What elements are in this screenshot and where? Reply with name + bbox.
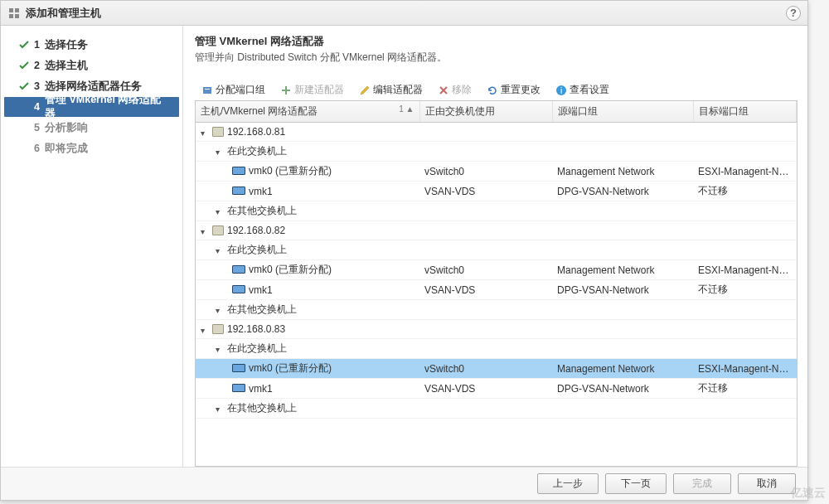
next-button[interactable]: 下一页 [605, 473, 667, 494]
cell-c3 [693, 300, 797, 320]
step-label: 选择任务 [45, 38, 88, 52]
edit-adapter-button[interactable]: 编辑适配器 [356, 83, 426, 97]
cell-c2 [552, 240, 693, 260]
cell-c1: vSwitch0 [419, 359, 552, 379]
check-icon [17, 80, 31, 93]
col-used-by-switch[interactable]: 正由交换机使用 [419, 101, 552, 123]
cell-label: vmk0 (已重新分配) [196, 162, 419, 182]
view-settings-button[interactable]: i 查看设置 [552, 83, 613, 97]
table-row[interactable]: 在其他交换机上 [196, 399, 797, 419]
cell-c1 [419, 240, 552, 260]
cell-c2: Management Network [552, 260, 693, 280]
assign-portgroup-button[interactable]: 分配端口组 [198, 83, 269, 97]
cancel-button[interactable]: 取消 [738, 473, 796, 494]
table-row[interactable]: vmk1VSAN-VDSDPG-VSAN-Network不迁移 [196, 182, 797, 201]
caret-down-icon[interactable] [216, 206, 224, 214]
table-row[interactable]: 192.168.0.82 [196, 221, 797, 240]
table-row[interactable]: 192.168.0.81 [196, 123, 797, 142]
cell-label: 192.168.0.81 [196, 123, 419, 142]
remove-icon [438, 85, 449, 96]
cell-c2 [552, 201, 693, 221]
table-row[interactable]: vmk1VSAN-VDSDPG-VSAN-Network不迁移 [196, 379, 797, 399]
table-row[interactable]: 在其他交换机上 [196, 201, 797, 221]
cell-c3 [693, 221, 797, 240]
wizard-step-1[interactable]: 1选择任务 [4, 35, 179, 55]
reset-icon [487, 85, 498, 96]
prev-button[interactable]: 上一步 [537, 473, 599, 494]
cell-label: 在其他交换机上 [196, 300, 419, 320]
table-row[interactable]: vmk0 (已重新分配)vSwitch0Management NetworkES… [196, 260, 797, 280]
wizard-step-4[interactable]: 4管理 VMkernel 网络适配器 [4, 97, 179, 117]
cell-c3 [693, 240, 797, 260]
section-title: 管理 VMkernel 网络适配器 [195, 34, 797, 49]
table-row[interactable]: 在此交换机上 [196, 240, 797, 260]
cell-label: 192.168.0.82 [196, 221, 419, 240]
caret-down-icon[interactable] [216, 245, 224, 253]
check-icon [17, 100, 31, 114]
cell-label: vmk0 (已重新分配) [196, 359, 419, 379]
table-row[interactable]: 在其他交换机上 [196, 300, 797, 320]
step-number: 3 [34, 80, 40, 92]
cell-c1 [419, 142, 552, 162]
help-button[interactable]: ? [786, 6, 801, 21]
finish-button[interactable]: 完成 [673, 473, 731, 494]
table-row[interactable]: vmk0 (已重新分配)vSwitch0Management NetworkES… [196, 359, 797, 379]
vmk-adapter-icon [232, 265, 245, 274]
reset-changes-button[interactable]: 重置更改 [483, 83, 544, 97]
cell-label: vmk1 [196, 280, 419, 300]
assign-icon [201, 85, 213, 96]
cell-c1: vSwitch0 [419, 260, 552, 280]
caret-down-icon[interactable] [216, 403, 224, 411]
table-row[interactable]: vmk0 (已重新分配)vSwitch0Management NetworkES… [196, 162, 797, 182]
table-row[interactable]: vmk1VSAN-VDSDPG-VSAN-Network不迁移 [196, 280, 797, 300]
wizard-step-2[interactable]: 2选择主机 [4, 56, 179, 75]
table-row[interactable]: 在此交换机上 [196, 142, 797, 162]
cell-c2: Management Network [552, 162, 693, 182]
pencil-icon [359, 85, 371, 96]
caret-down-icon[interactable] [201, 127, 209, 135]
cell-c2 [552, 221, 693, 240]
cell-label: 在其他交换机上 [196, 201, 419, 221]
check-icon [17, 59, 31, 72]
cell-c3: ESXI-Managent-Network [693, 162, 797, 182]
caret-down-icon[interactable] [216, 304, 224, 313]
cell-c2: DPG-VSAN-Network [552, 280, 693, 300]
host-icon [212, 324, 224, 334]
table-row[interactable]: 192.168.0.83 [196, 320, 797, 339]
host-icon [212, 127, 224, 137]
cell-c1: VSAN-VDS [419, 379, 552, 399]
new-adapter-button[interactable]: 新建适配器 [277, 83, 347, 97]
vmk-adapter-icon [232, 364, 245, 372]
cell-c1: vSwitch0 [419, 162, 552, 182]
wizard-steps: 1选择任务2选择主机3选择网络适配器任务4管理 VMkernel 网络适配器5分… [1, 26, 183, 467]
cell-c2: DPG-VSAN-Network [552, 182, 693, 201]
step-label: 即将完成 [45, 142, 88, 156]
svg-rect-3 [15, 14, 19, 18]
cell-c2 [552, 123, 693, 142]
caret-down-icon[interactable] [216, 146, 224, 154]
cell-c2 [552, 300, 693, 320]
step-label: 管理 VMkernel 网络适配器 [45, 93, 171, 121]
col-target-portgroup[interactable]: 目标端口组 [693, 101, 797, 123]
titlebar: 添加和管理主机 ? [1, 1, 807, 26]
cell-c2: DPG-VSAN-Network [552, 379, 693, 399]
col-source-portgroup[interactable]: 源端口组 [552, 101, 693, 123]
caret-down-icon[interactable] [201, 324, 209, 332]
cell-label: vmk1 [196, 379, 419, 399]
cell-c3: ESXI-Managent-Network [693, 260, 797, 280]
cell-c3 [693, 201, 797, 221]
col-host-adapter[interactable]: 主机/VMkernel 网络适配器 1 ▲ [196, 101, 419, 123]
caret-down-icon[interactable] [216, 343, 224, 351]
cell-c1: VSAN-VDS [419, 280, 552, 300]
svg-rect-4 [203, 87, 211, 94]
remove-button[interactable]: 移除 [434, 83, 475, 97]
cell-c2 [552, 339, 693, 359]
step-number: 6 [34, 143, 40, 154]
svg-text:i: i [560, 86, 562, 95]
cell-c3: 不迁移 [693, 182, 797, 201]
cell-label: vmk1 [196, 182, 419, 201]
table-row[interactable]: 在此交换机上 [196, 339, 797, 359]
reset-label: 重置更改 [501, 83, 541, 97]
vmk-adapter-icon [232, 384, 245, 392]
caret-down-icon[interactable] [201, 225, 209, 234]
